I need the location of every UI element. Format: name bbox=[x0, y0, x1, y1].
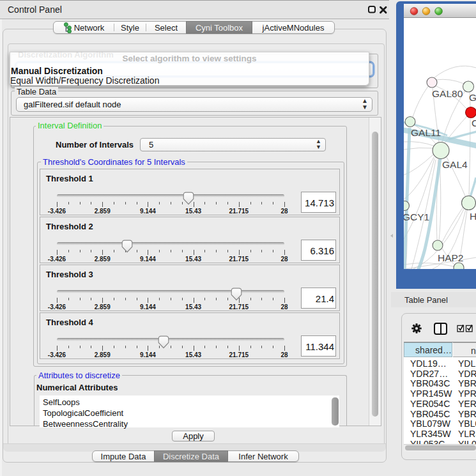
svg-text:GCY1: GCY1 bbox=[404, 211, 429, 222]
svg-text:C: C bbox=[472, 118, 476, 128]
svg-text:GAL80: GAL80 bbox=[432, 88, 463, 99]
svg-text:HAP2: HAP2 bbox=[438, 252, 464, 263]
svg-text:H: H bbox=[470, 211, 476, 222]
svg-text:GAL4: GAL4 bbox=[442, 159, 468, 170]
svg-text:G: G bbox=[469, 92, 476, 103]
svg-text:GAL11: GAL11 bbox=[411, 127, 441, 138]
